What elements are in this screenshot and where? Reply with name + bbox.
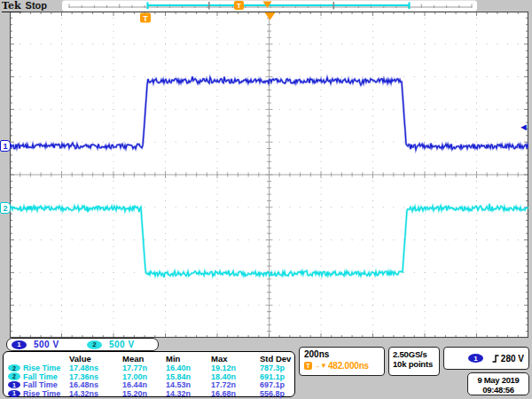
measurement-row: 1Rise Time 14.32ns 15.20n 14.32n 16.68n … bbox=[5, 389, 293, 398]
ch2-scale-readout: 500 V bbox=[109, 340, 135, 349]
timebase-readout: 200ns bbox=[304, 349, 379, 359]
column-header-mean: Mean bbox=[122, 354, 166, 364]
trigger-level-arrow-icon: ◄ bbox=[519, 121, 528, 132]
horizontal-delay-readout: T →▼ 482.000ns bbox=[304, 361, 379, 371]
sample-rate-readout: 2.50GS/s bbox=[393, 349, 435, 359]
measurement-max: 18.40n bbox=[211, 372, 260, 381]
channel-scale-bar: 1 500 V 2 500 V bbox=[6, 338, 159, 351]
date-readout: 9 May 2019 bbox=[468, 375, 528, 385]
measurement-mean: 15.20n bbox=[122, 389, 166, 398]
measurement-row: 1Fall Time 16.48ns 16.44n 14.53n 17.72n … bbox=[5, 380, 293, 389]
measurement-min: 15.84n bbox=[166, 372, 211, 381]
rising-edge-icon bbox=[491, 354, 500, 364]
ch2-badge: 2 bbox=[8, 372, 20, 380]
measurement-max: 17.72n bbox=[211, 380, 260, 389]
ch1-badge: 1 bbox=[8, 390, 20, 398]
ch2-badge: 2 bbox=[87, 340, 102, 349]
column-header-stddev: Std Dev bbox=[260, 354, 293, 364]
measurement-value: 17.36ns bbox=[69, 372, 122, 381]
trigger-tag-icon: T bbox=[304, 362, 312, 370]
measurement-stddev: 787.3p bbox=[260, 364, 293, 372]
record-length-readout: 10k points bbox=[393, 359, 435, 369]
measurement-mean: 17.00n bbox=[122, 372, 166, 381]
measurement-min: 14.32n bbox=[166, 389, 211, 398]
measurement-value: 17.48ns bbox=[69, 364, 122, 372]
measurement-max: 16.68n bbox=[211, 389, 260, 398]
tek-brand: Tek bbox=[2, 0, 21, 12]
ch1-position-marker: 1 bbox=[0, 140, 11, 152]
column-header-max: Max bbox=[211, 354, 260, 364]
trigger-panel: 1 280 V bbox=[443, 347, 529, 370]
delay-value: 482.000ns bbox=[328, 361, 369, 371]
measurement-name: Fall Time bbox=[23, 372, 58, 381]
record-view-ruler: T bbox=[0, 0, 532, 12]
ch1-scale-readout: 500 V bbox=[34, 340, 74, 349]
delay-arrow-icon: →▼ bbox=[313, 362, 327, 370]
svg-text:T: T bbox=[143, 14, 148, 23]
measurement-mean: 17.77n bbox=[122, 364, 166, 372]
measurement-name: Fall Time bbox=[23, 380, 58, 389]
datetime-panel: 9 May 2019 09:48:56 bbox=[467, 372, 529, 395]
ch2-position-marker: 2 bbox=[0, 202, 11, 214]
trigger-level-readout: 280 V bbox=[501, 354, 524, 364]
measurement-stddev: 691.1p bbox=[260, 372, 293, 381]
measurement-name: Rise Time bbox=[23, 389, 60, 398]
column-header-min: Min bbox=[166, 354, 211, 364]
horizontal-panel: 200ns T →▼ 482.000ns bbox=[299, 347, 385, 376]
record-window-bar bbox=[148, 4, 410, 6]
measurement-name: Rise Time bbox=[23, 364, 60, 372]
graticule: T bbox=[10, 12, 528, 338]
tek-logo: TekStop bbox=[2, 0, 47, 12]
measurement-min: 14.53n bbox=[166, 380, 211, 389]
ch2-badge: 2 bbox=[8, 364, 20, 372]
measurement-value: 14.32ns bbox=[69, 389, 122, 398]
measurement-stddev: 697.1p bbox=[260, 380, 293, 389]
measurement-stddev: 556.8p bbox=[260, 389, 293, 398]
measurement-max: 19.12n bbox=[211, 364, 260, 372]
time-readout: 09:48:56 bbox=[468, 385, 528, 395]
acquisition-panel: 2.50GS/s 10k points bbox=[388, 347, 440, 376]
ch1-badge: 1 bbox=[8, 381, 20, 389]
ch1-badge: 1 bbox=[12, 340, 27, 349]
run-status: Stop bbox=[26, 0, 47, 11]
measurement-table: Value Mean Min Max Std Dev 2Rise Time 17… bbox=[3, 351, 295, 397]
measurement-min: 16.40n bbox=[166, 364, 211, 372]
column-header-value: Value bbox=[69, 354, 122, 364]
expansion-point-icon bbox=[265, 12, 276, 20]
measurement-row: 2Rise Time 17.48ns 17.77n 16.40n 19.12n … bbox=[5, 364, 293, 372]
measurement-mean: 16.44n bbox=[122, 380, 166, 389]
svg-text:T: T bbox=[237, 2, 241, 10]
trigger-source-badge: 1 bbox=[468, 354, 483, 363]
measurement-value: 16.48ns bbox=[69, 380, 122, 389]
measurement-row: 2Fall Time 17.36ns 17.00n 15.84n 18.40n … bbox=[5, 372, 293, 381]
measurement-header-row: Value Mean Min Max Std Dev bbox=[5, 353, 293, 364]
